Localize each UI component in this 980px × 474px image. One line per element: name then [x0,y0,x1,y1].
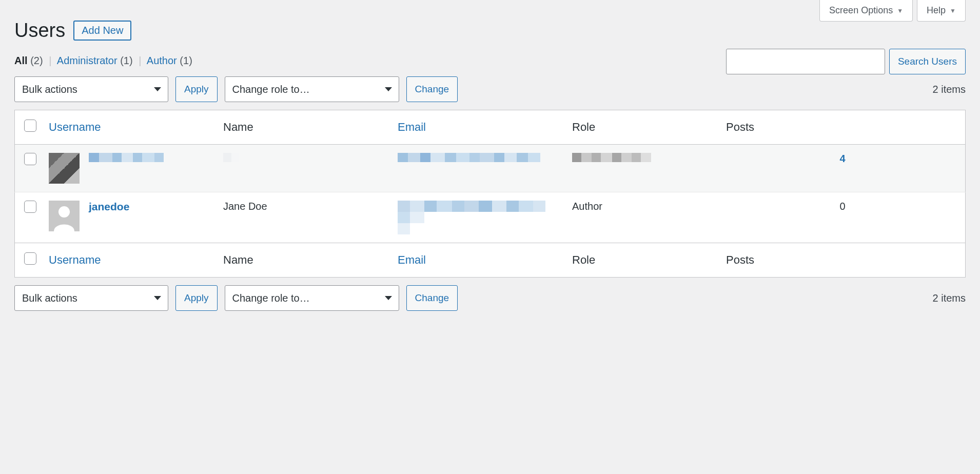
filter-all[interactable]: All (2) [14,55,46,66]
change-role-select-bottom[interactable]: Change role to… [225,285,399,311]
change-role-select-top[interactable]: Change role to… [225,76,399,102]
users-table: Username Name Email Role Posts [14,110,966,278]
column-username[interactable]: Username [43,110,217,145]
filter-administrator[interactable]: Administrator [57,55,120,66]
apply-button-top[interactable]: Apply [175,76,218,102]
column-email-foot[interactable]: Email [391,243,566,278]
apply-button-bottom[interactable]: Apply [175,285,218,311]
username-link[interactable]: janedoe [89,201,129,213]
posts-count: 0 [720,192,966,243]
items-count-bottom: 2 items [933,292,966,304]
redacted-email [398,201,545,234]
redacted-email [398,153,540,162]
chevron-down-icon: ▼ [950,7,956,14]
user-name: Jane Doe [217,192,391,243]
chevron-down-icon: ▼ [897,7,903,14]
help-label: Help [927,5,946,16]
posts-count-link[interactable]: 4 [839,153,845,164]
redacted-role [572,153,651,162]
column-username-foot[interactable]: Username [43,243,217,278]
column-name: Name [217,110,391,145]
bulk-actions-select-bottom[interactable]: Bulk actions [14,285,168,311]
redacted-name [223,153,239,162]
column-posts: Posts [720,110,966,145]
select-all-checkbox-bottom[interactable] [24,252,36,265]
column-role: Role [566,110,720,145]
column-posts-foot: Posts [720,243,966,278]
avatar [49,201,80,231]
page-title: Users [14,19,65,42]
screen-options-label: Screen Options [829,5,893,16]
table-row: janedoe Jane Doe [15,192,966,243]
add-new-button[interactable]: Add New [73,21,131,41]
change-button-top[interactable]: Change [406,76,458,102]
avatar [49,153,80,184]
screen-options-tab[interactable]: Screen Options ▼ [819,0,913,22]
bulk-actions-select-top[interactable]: Bulk actions [14,76,168,102]
help-tab[interactable]: Help ▼ [917,0,966,22]
user-role: Author [566,192,720,243]
svg-point-1 [58,206,70,218]
column-role-foot: Role [566,243,720,278]
filter-author[interactable]: Author [147,55,180,66]
redacted-username [89,153,164,162]
items-count-top: 2 items [933,84,966,95]
column-name-foot: Name [217,243,391,278]
table-row: 4 [15,145,966,192]
search-users-button[interactable]: Search Users [889,49,966,74]
row-checkbox[interactable] [24,153,36,165]
column-email[interactable]: Email [391,110,566,145]
search-users-input[interactable] [726,49,885,74]
row-checkbox[interactable] [24,201,36,213]
select-all-checkbox-top[interactable] [24,120,36,132]
change-button-bottom[interactable]: Change [406,285,458,311]
